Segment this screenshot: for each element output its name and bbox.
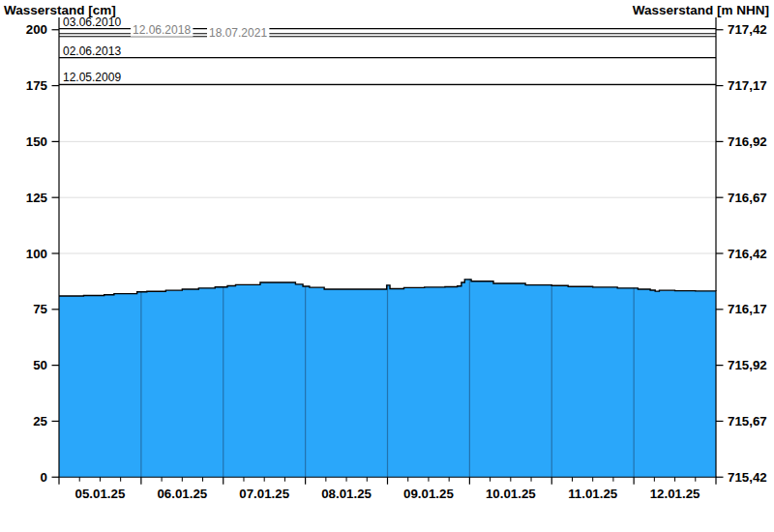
- right-tick-label: 716,67: [728, 191, 767, 205]
- x-date-label: 09.01.25: [403, 487, 454, 501]
- left-tick-label: 200: [26, 22, 47, 37]
- left-tick-label: 150: [26, 134, 47, 149]
- x-date-label: 05.01.25: [75, 487, 126, 501]
- right-tick-label: 717,17: [728, 78, 767, 93]
- left-tick-label: 75: [33, 302, 47, 316]
- right-tick-label: 716,92: [728, 134, 767, 149]
- right-tick-label: 715,42: [728, 470, 767, 485]
- reference-line-label: 12.06.2018: [133, 23, 191, 37]
- left-tick-label: 0: [41, 470, 47, 485]
- x-date-label: 11.01.25: [568, 487, 618, 501]
- x-axis: 05.01.2506.01.2507.01.2508.01.2509.01.25…: [59, 477, 716, 501]
- right-tick-label: 715,92: [728, 358, 767, 372]
- y-axis-left: 2001751501251007550250: [26, 22, 59, 485]
- wasserstand-chart: 03.06.201012.06.201818.07.202102.06.2013…: [0, 0, 774, 532]
- reference-line-label: 03.06.2010: [63, 15, 121, 29]
- left-tick-label: 175: [26, 78, 48, 93]
- water-level-chart-page: Wasserstand [cm] Wasserstand [m NHN] 03.…: [0, 0, 774, 532]
- right-tick-label: 716,17: [728, 302, 767, 316]
- reference-line-label: 02.06.2013: [63, 44, 121, 58]
- y-axis-right: 717,42717,17716,92716,67716,42716,17715,…: [716, 22, 767, 485]
- x-date-label: 12.01.25: [650, 487, 700, 501]
- left-tick-label: 125: [26, 191, 48, 205]
- reference-lines: 03.06.201012.06.201818.07.202102.06.2013…: [59, 15, 716, 85]
- reference-line-label: 12.05.2009: [63, 71, 121, 84]
- x-date-label: 07.01.25: [239, 487, 289, 501]
- x-date-label: 08.01.25: [321, 487, 372, 501]
- right-tick-label: 715,67: [728, 414, 767, 429]
- left-tick-label: 50: [33, 358, 47, 372]
- right-tick-label: 717,42: [728, 22, 767, 37]
- x-date-label: 10.01.25: [486, 487, 536, 501]
- right-tick-label: 716,42: [728, 247, 767, 261]
- x-date-label: 06.01.25: [157, 487, 207, 501]
- left-tick-label: 25: [33, 414, 47, 429]
- left-tick-label: 100: [26, 247, 47, 261]
- reference-line-label: 18.07.2021: [209, 26, 267, 40]
